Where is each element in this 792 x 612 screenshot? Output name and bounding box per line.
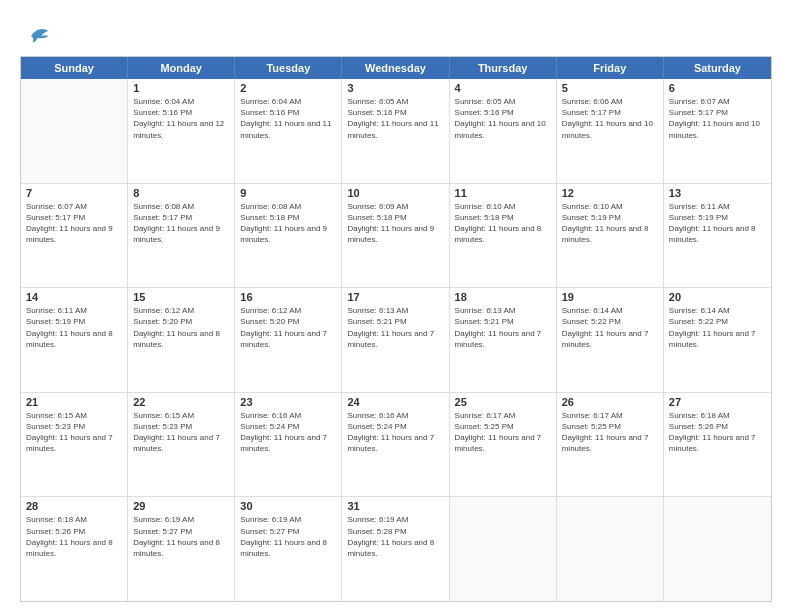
day-cell-19: 19Sunrise: 6:14 AMSunset: 5:22 PMDayligh… bbox=[557, 288, 664, 392]
day-number: 15 bbox=[133, 291, 229, 303]
cell-info: Sunrise: 6:08 AMSunset: 5:18 PMDaylight:… bbox=[240, 201, 336, 246]
cell-info: Sunrise: 6:07 AMSunset: 5:17 PMDaylight:… bbox=[26, 201, 122, 246]
cell-info: Sunrise: 6:05 AMSunset: 5:16 PMDaylight:… bbox=[347, 96, 443, 141]
day-cell-5: 5Sunrise: 6:06 AMSunset: 5:17 PMDaylight… bbox=[557, 79, 664, 183]
cell-info: Sunrise: 6:16 AMSunset: 5:24 PMDaylight:… bbox=[347, 410, 443, 455]
day-number: 18 bbox=[455, 291, 551, 303]
day-cell-15: 15Sunrise: 6:12 AMSunset: 5:20 PMDayligh… bbox=[128, 288, 235, 392]
header-cell-monday: Monday bbox=[128, 57, 235, 79]
day-cell-13: 13Sunrise: 6:11 AMSunset: 5:19 PMDayligh… bbox=[664, 184, 771, 288]
day-cell-27: 27Sunrise: 6:18 AMSunset: 5:26 PMDayligh… bbox=[664, 393, 771, 497]
day-number: 31 bbox=[347, 500, 443, 512]
header-cell-saturday: Saturday bbox=[664, 57, 771, 79]
cell-info: Sunrise: 6:05 AMSunset: 5:16 PMDaylight:… bbox=[455, 96, 551, 141]
calendar-body: 1Sunrise: 6:04 AMSunset: 5:16 PMDaylight… bbox=[21, 79, 771, 601]
cell-info: Sunrise: 6:17 AMSunset: 5:25 PMDaylight:… bbox=[562, 410, 658, 455]
cell-info: Sunrise: 6:07 AMSunset: 5:17 PMDaylight:… bbox=[669, 96, 766, 141]
day-cell-4: 4Sunrise: 6:05 AMSunset: 5:16 PMDaylight… bbox=[450, 79, 557, 183]
header-cell-sunday: Sunday bbox=[21, 57, 128, 79]
day-number: 27 bbox=[669, 396, 766, 408]
calendar-row-2: 7Sunrise: 6:07 AMSunset: 5:17 PMDaylight… bbox=[21, 184, 771, 289]
cell-info: Sunrise: 6:18 AMSunset: 5:26 PMDaylight:… bbox=[26, 514, 122, 559]
cell-info: Sunrise: 6:15 AMSunset: 5:23 PMDaylight:… bbox=[26, 410, 122, 455]
header-cell-wednesday: Wednesday bbox=[342, 57, 449, 79]
day-number: 4 bbox=[455, 82, 551, 94]
day-number: 19 bbox=[562, 291, 658, 303]
day-number: 10 bbox=[347, 187, 443, 199]
day-cell-21: 21Sunrise: 6:15 AMSunset: 5:23 PMDayligh… bbox=[21, 393, 128, 497]
day-cell-8: 8Sunrise: 6:08 AMSunset: 5:17 PMDaylight… bbox=[128, 184, 235, 288]
calendar-row-5: 28Sunrise: 6:18 AMSunset: 5:26 PMDayligh… bbox=[21, 497, 771, 601]
day-number: 1 bbox=[133, 82, 229, 94]
cell-info: Sunrise: 6:18 AMSunset: 5:26 PMDaylight:… bbox=[669, 410, 766, 455]
day-number: 20 bbox=[669, 291, 766, 303]
calendar-page: SundayMondayTuesdayWednesdayThursdayFrid… bbox=[0, 0, 792, 612]
day-cell-3: 3Sunrise: 6:05 AMSunset: 5:16 PMDaylight… bbox=[342, 79, 449, 183]
day-cell-24: 24Sunrise: 6:16 AMSunset: 5:24 PMDayligh… bbox=[342, 393, 449, 497]
day-cell-10: 10Sunrise: 6:09 AMSunset: 5:18 PMDayligh… bbox=[342, 184, 449, 288]
cell-info: Sunrise: 6:16 AMSunset: 5:24 PMDaylight:… bbox=[240, 410, 336, 455]
day-cell-17: 17Sunrise: 6:13 AMSunset: 5:21 PMDayligh… bbox=[342, 288, 449, 392]
day-cell-25: 25Sunrise: 6:17 AMSunset: 5:25 PMDayligh… bbox=[450, 393, 557, 497]
day-number: 2 bbox=[240, 82, 336, 94]
header-cell-friday: Friday bbox=[557, 57, 664, 79]
day-number: 3 bbox=[347, 82, 443, 94]
cell-info: Sunrise: 6:15 AMSunset: 5:23 PMDaylight:… bbox=[133, 410, 229, 455]
day-number: 14 bbox=[26, 291, 122, 303]
day-number: 22 bbox=[133, 396, 229, 408]
day-cell-2: 2Sunrise: 6:04 AMSunset: 5:16 PMDaylight… bbox=[235, 79, 342, 183]
day-number: 21 bbox=[26, 396, 122, 408]
day-number: 8 bbox=[133, 187, 229, 199]
cell-info: Sunrise: 6:11 AMSunset: 5:19 PMDaylight:… bbox=[26, 305, 122, 350]
logo-bird-icon bbox=[24, 22, 52, 50]
cell-info: Sunrise: 6:06 AMSunset: 5:17 PMDaylight:… bbox=[562, 96, 658, 141]
day-cell-22: 22Sunrise: 6:15 AMSunset: 5:23 PMDayligh… bbox=[128, 393, 235, 497]
cell-info: Sunrise: 6:19 AMSunset: 5:27 PMDaylight:… bbox=[240, 514, 336, 559]
day-number: 12 bbox=[562, 187, 658, 199]
day-number: 28 bbox=[26, 500, 122, 512]
day-cell-31: 31Sunrise: 6:19 AMSunset: 5:28 PMDayligh… bbox=[342, 497, 449, 601]
cell-info: Sunrise: 6:09 AMSunset: 5:18 PMDaylight:… bbox=[347, 201, 443, 246]
day-cell-7: 7Sunrise: 6:07 AMSunset: 5:17 PMDaylight… bbox=[21, 184, 128, 288]
day-number: 6 bbox=[669, 82, 766, 94]
day-cell-14: 14Sunrise: 6:11 AMSunset: 5:19 PMDayligh… bbox=[21, 288, 128, 392]
day-number: 26 bbox=[562, 396, 658, 408]
day-number: 17 bbox=[347, 291, 443, 303]
day-cell-23: 23Sunrise: 6:16 AMSunset: 5:24 PMDayligh… bbox=[235, 393, 342, 497]
day-cell-1: 1Sunrise: 6:04 AMSunset: 5:16 PMDaylight… bbox=[128, 79, 235, 183]
cell-info: Sunrise: 6:13 AMSunset: 5:21 PMDaylight:… bbox=[455, 305, 551, 350]
day-number: 24 bbox=[347, 396, 443, 408]
day-number: 30 bbox=[240, 500, 336, 512]
day-number: 29 bbox=[133, 500, 229, 512]
cell-info: Sunrise: 6:10 AMSunset: 5:19 PMDaylight:… bbox=[562, 201, 658, 246]
calendar-row-1: 1Sunrise: 6:04 AMSunset: 5:16 PMDaylight… bbox=[21, 79, 771, 184]
cell-info: Sunrise: 6:14 AMSunset: 5:22 PMDaylight:… bbox=[669, 305, 766, 350]
day-cell-empty bbox=[557, 497, 664, 601]
cell-info: Sunrise: 6:11 AMSunset: 5:19 PMDaylight:… bbox=[669, 201, 766, 246]
day-cell-empty bbox=[450, 497, 557, 601]
calendar: SundayMondayTuesdayWednesdayThursdayFrid… bbox=[20, 56, 772, 602]
header-cell-thursday: Thursday bbox=[450, 57, 557, 79]
day-cell-empty bbox=[21, 79, 128, 183]
cell-info: Sunrise: 6:14 AMSunset: 5:22 PMDaylight:… bbox=[562, 305, 658, 350]
cell-info: Sunrise: 6:12 AMSunset: 5:20 PMDaylight:… bbox=[240, 305, 336, 350]
header-cell-tuesday: Tuesday bbox=[235, 57, 342, 79]
day-number: 7 bbox=[26, 187, 122, 199]
cell-info: Sunrise: 6:13 AMSunset: 5:21 PMDaylight:… bbox=[347, 305, 443, 350]
day-cell-16: 16Sunrise: 6:12 AMSunset: 5:20 PMDayligh… bbox=[235, 288, 342, 392]
day-cell-20: 20Sunrise: 6:14 AMSunset: 5:22 PMDayligh… bbox=[664, 288, 771, 392]
cell-info: Sunrise: 6:08 AMSunset: 5:17 PMDaylight:… bbox=[133, 201, 229, 246]
cell-info: Sunrise: 6:19 AMSunset: 5:27 PMDaylight:… bbox=[133, 514, 229, 559]
day-number: 16 bbox=[240, 291, 336, 303]
day-cell-28: 28Sunrise: 6:18 AMSunset: 5:26 PMDayligh… bbox=[21, 497, 128, 601]
day-number: 13 bbox=[669, 187, 766, 199]
cell-info: Sunrise: 6:12 AMSunset: 5:20 PMDaylight:… bbox=[133, 305, 229, 350]
calendar-header: SundayMondayTuesdayWednesdayThursdayFrid… bbox=[21, 57, 771, 79]
day-cell-29: 29Sunrise: 6:19 AMSunset: 5:27 PMDayligh… bbox=[128, 497, 235, 601]
day-cell-11: 11Sunrise: 6:10 AMSunset: 5:18 PMDayligh… bbox=[450, 184, 557, 288]
day-number: 23 bbox=[240, 396, 336, 408]
day-number: 5 bbox=[562, 82, 658, 94]
cell-info: Sunrise: 6:17 AMSunset: 5:25 PMDaylight:… bbox=[455, 410, 551, 455]
calendar-row-4: 21Sunrise: 6:15 AMSunset: 5:23 PMDayligh… bbox=[21, 393, 771, 498]
cell-info: Sunrise: 6:04 AMSunset: 5:16 PMDaylight:… bbox=[240, 96, 336, 141]
